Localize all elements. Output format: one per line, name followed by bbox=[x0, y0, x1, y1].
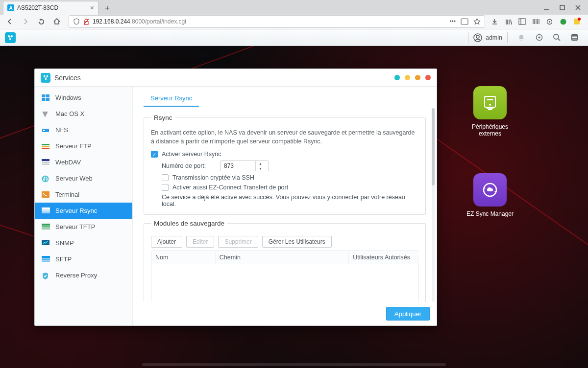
sidebar-item-rsync[interactable]: Serveur Rsync bbox=[35, 203, 132, 219]
svg-rect-45 bbox=[42, 163, 49, 165]
svg-point-13 bbox=[578, 18, 581, 21]
settings-panel-icon[interactable] bbox=[569, 33, 579, 43]
sidebar-item-terminal[interactable]: Terminal bbox=[35, 186, 132, 203]
col-auth[interactable]: Utilisateurs Autorisés bbox=[349, 251, 418, 264]
window-minimize-icon[interactable] bbox=[543, 4, 550, 11]
svg-rect-24 bbox=[572, 36, 577, 37]
svg-rect-54 bbox=[42, 228, 50, 230]
svg-rect-56 bbox=[42, 256, 50, 258]
window-dot-teal[interactable] bbox=[394, 75, 400, 80]
portal-header: admin bbox=[0, 29, 588, 46]
external-drive-icon bbox=[481, 93, 499, 112]
svg-rect-42 bbox=[42, 148, 49, 149]
download-icon[interactable] bbox=[490, 17, 499, 26]
svg-rect-7 bbox=[519, 19, 525, 24]
url-bar[interactable]: 192.168.0.244:8000/portal/index.cgi ••• bbox=[69, 15, 485, 28]
add-button[interactable]: Ajouter bbox=[151, 236, 182, 248]
col-name[interactable]: Nom bbox=[151, 251, 216, 264]
ext-yellow-badge-icon[interactable] bbox=[572, 17, 581, 26]
sidebar-item-reverseproxy[interactable]: Reverse Proxy bbox=[35, 267, 132, 283]
portal-user[interactable]: admin bbox=[473, 33, 502, 42]
bell-icon[interactable] bbox=[516, 33, 526, 43]
bookmark-star-icon[interactable] bbox=[473, 18, 481, 25]
modules-table: Nom Chemin Utilisateurs Autorisés bbox=[151, 251, 418, 302]
sidebar-item-label: Serveur FTP bbox=[55, 142, 92, 150]
sidebar-item-sftp[interactable]: SFTP bbox=[35, 251, 132, 267]
sync-cloud-icon bbox=[480, 180, 500, 200]
svg-rect-1 bbox=[560, 5, 564, 10]
sidebar-item-nfs[interactable]: NFS bbox=[35, 122, 132, 138]
sidebar-item-webdav[interactable]: WebDAV bbox=[35, 154, 132, 170]
ext-stripes-icon[interactable] bbox=[531, 17, 540, 26]
window-dot-orange[interactable] bbox=[415, 75, 420, 80]
portal-logo-icon[interactable] bbox=[5, 32, 16, 43]
port-input-field[interactable] bbox=[221, 162, 255, 169]
scrollbar[interactable] bbox=[432, 108, 435, 302]
nav-forward-button[interactable] bbox=[19, 15, 32, 28]
window-titlebar[interactable]: Services bbox=[35, 69, 437, 87]
svg-rect-49 bbox=[42, 210, 50, 211]
port-input[interactable]: ▲▼ bbox=[220, 161, 269, 171]
sidebar-item-webserver[interactable]: Serveur Web bbox=[35, 170, 132, 186]
desktop-icon-peripherals[interactable]: Périphériques externes bbox=[461, 86, 519, 137]
shield-icon bbox=[73, 18, 80, 25]
ext-green-icon[interactable] bbox=[559, 17, 567, 26]
checkbox-ezconnect[interactable] bbox=[162, 184, 169, 191]
desktop: Périphériques externes EZ Sync Manager S… bbox=[0, 46, 588, 368]
checkbox-enable-rsync[interactable]: ✓ bbox=[151, 151, 158, 158]
insecure-icon bbox=[83, 18, 90, 25]
browser-tab[interactable]: A AS5202T-83CD × bbox=[3, 1, 98, 15]
checkbox-ssh[interactable] bbox=[162, 174, 169, 181]
more-icon[interactable]: ••• bbox=[449, 18, 456, 25]
window-dot-red[interactable] bbox=[425, 75, 431, 80]
sidebar-item-label: SNMP bbox=[55, 239, 74, 247]
tab-title: AS5202T-83CD bbox=[17, 4, 58, 11]
svg-point-21 bbox=[554, 34, 559, 39]
close-icon[interactable]: × bbox=[90, 4, 94, 12]
sidebar-item-macos[interactable]: Mac OS X bbox=[35, 106, 132, 122]
sidebar-item-label: Reverse Proxy bbox=[55, 272, 97, 279]
svg-rect-6 bbox=[461, 19, 468, 24]
port-step-up[interactable]: ▲ bbox=[256, 161, 265, 166]
sidebar-item-ftp[interactable]: Serveur FTP bbox=[35, 138, 132, 154]
svg-rect-52 bbox=[42, 224, 50, 226]
tab-favicon: A bbox=[7, 4, 14, 11]
window-title: Services bbox=[54, 74, 81, 82]
window-dot-yellow[interactable] bbox=[405, 75, 410, 80]
svg-rect-50 bbox=[42, 212, 50, 213]
port-step-down[interactable]: ▼ bbox=[256, 166, 265, 171]
services-window: Services Windows Mac OS X NFS Serveur FT… bbox=[34, 69, 437, 326]
col-path[interactable]: Chemin bbox=[215, 251, 349, 264]
window-close-icon[interactable] bbox=[574, 4, 581, 11]
url-text: 192.168.0.244:8000/portal/index.cgi bbox=[93, 18, 186, 25]
user-icon bbox=[473, 33, 482, 42]
portal-username: admin bbox=[486, 34, 502, 41]
sidebar-item-windows[interactable]: Windows bbox=[35, 90, 132, 106]
desktop-icon-ezsync[interactable]: EZ Sync Manager bbox=[461, 173, 519, 217]
rsync-fieldset: Rsync En activant cette option, le NAS v… bbox=[144, 114, 426, 215]
apply-button[interactable]: Appliquer bbox=[386, 307, 430, 321]
modules-fieldset: Modules de sauvegarde Ajouter Editer Sup… bbox=[144, 220, 426, 302]
nav-home-button[interactable] bbox=[50, 15, 64, 28]
svg-line-22 bbox=[558, 39, 560, 41]
gear-icon[interactable] bbox=[534, 33, 544, 43]
desktop-icon-label: Périphériques externes bbox=[461, 123, 519, 137]
search-icon[interactable] bbox=[552, 33, 562, 43]
nav-back-button[interactable] bbox=[3, 15, 17, 28]
subtab-rsync[interactable]: Serveur Rsync bbox=[144, 92, 199, 107]
ssh-label: Transmission cryptée via SSH bbox=[172, 174, 254, 181]
manage-users-button[interactable]: Gérer Les Utilisateurs bbox=[262, 236, 332, 248]
sidebar-item-snmp[interactable]: SNMP bbox=[35, 235, 132, 251]
reader-icon[interactable] bbox=[461, 18, 468, 25]
sidebar-item-label: WebDAV bbox=[55, 159, 81, 166]
svg-rect-40 bbox=[42, 144, 49, 145]
ext-gear-icon[interactable] bbox=[545, 17, 554, 26]
sidebar-icon[interactable] bbox=[517, 17, 526, 26]
new-tab-button[interactable]: + bbox=[101, 3, 113, 15]
library-icon[interactable] bbox=[504, 17, 513, 26]
window-maximize-icon[interactable] bbox=[559, 4, 565, 11]
nav-reload-button[interactable] bbox=[34, 15, 48, 28]
svg-rect-41 bbox=[42, 146, 49, 147]
table-empty bbox=[151, 264, 418, 302]
sidebar-item-tftp[interactable]: Serveur TFTP bbox=[35, 219, 132, 235]
